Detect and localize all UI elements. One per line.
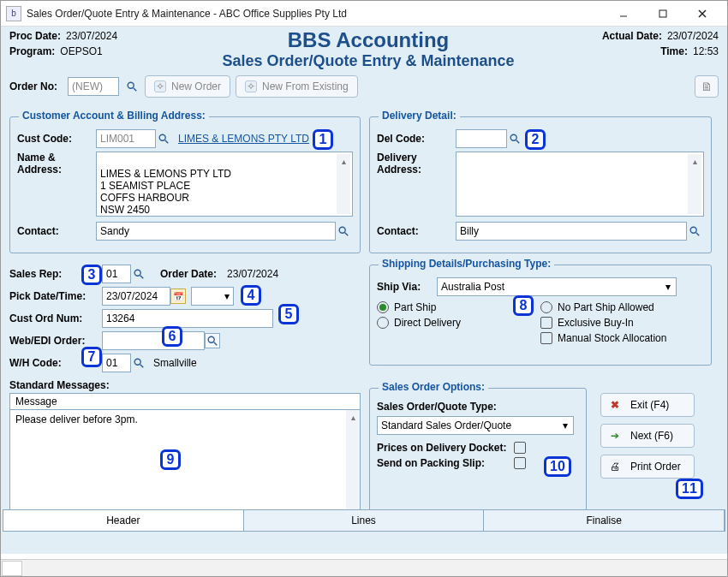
svg-rect-1 — [659, 10, 666, 17]
minimize-icon — [618, 9, 629, 19]
svg-line-9 — [345, 233, 349, 236]
pick-time-dropdown[interactable]: ▾ — [191, 287, 234, 306]
options-group-title: Sales Order Options: — [379, 381, 488, 393]
order-date-label: Order Date: — [160, 268, 217, 280]
proc-date-value: 23/07/2024 — [66, 30, 117, 42]
maximize-icon — [658, 9, 668, 19]
cust-code-lookup-icon[interactable] — [156, 131, 171, 146]
page-icon: 🗎 — [701, 80, 713, 93]
scrollbar[interactable]: ▴ — [688, 154, 701, 214]
scrollbar[interactable]: ▴ — [337, 154, 350, 214]
tab-finalise[interactable]: Finalise — [484, 510, 725, 531]
next-button[interactable]: ➔Next (F6) — [600, 424, 695, 448]
direct-delivery-radio[interactable]: Direct Delivery — [377, 317, 540, 329]
del-code-lookup-icon[interactable] — [507, 131, 522, 146]
close-icon — [697, 9, 707, 19]
svg-point-14 — [134, 270, 140, 276]
name-address-text: LIMES & LEMONS PTY LTD 1 SEAMIST PLACE C… — [100, 168, 231, 216]
actual-date-value: 23/07/2024 — [667, 30, 719, 42]
checkbox-icon — [540, 332, 552, 344]
chevron-up-icon: ▴ — [346, 410, 360, 424]
print-order-button[interactable]: 🖨Print Order — [600, 455, 695, 479]
annotation-marker-9: 9 — [160, 449, 181, 470]
arrow-right-icon: ➔ — [608, 429, 622, 443]
next-label: Next (F6) — [630, 430, 673, 442]
name-address-box[interactable]: LIMES & LEMONS PTY LTD 1 SEAMIST PLACE C… — [96, 152, 353, 217]
messages-body[interactable]: Please deliver before 3pm. ▴ — [9, 409, 361, 512]
web-edi-input[interactable] — [102, 331, 205, 350]
sales-rep-value: 01 — [106, 268, 117, 280]
app-subtitle: Sales Order/Quote Entry & Maintenance — [134, 52, 602, 70]
close-icon: ✖ — [608, 398, 622, 412]
toolbar-extra-button[interactable]: 🗎 — [695, 75, 719, 98]
prices-docket-check[interactable] — [514, 442, 526, 454]
name-addr-label: Name & Address: — [17, 152, 96, 175]
ship-via-dropdown[interactable]: Australia Post ▾ — [437, 277, 677, 296]
sales-rep-input[interactable]: 01 — [102, 265, 131, 283]
close-button[interactable] — [683, 1, 722, 27]
wh-code-lookup-icon[interactable] — [131, 355, 146, 371]
order-date-value: 23/07/2024 — [227, 268, 278, 280]
chevron-down-icon: ▾ — [665, 281, 671, 293]
svg-point-6 — [159, 134, 165, 140]
new-from-existing-label: New From Existing — [262, 80, 349, 92]
part-ship-label: Part Ship — [394, 301, 436, 313]
titlebar: b Sales Order/Quote Entry & Maintenance … — [1, 1, 727, 27]
print-label: Print Order — [630, 461, 681, 473]
shipping-group-title: Shipping Details/Purchasing Type: — [379, 258, 554, 270]
customer-contact-lookup-icon[interactable] — [336, 223, 351, 239]
radio-icon — [540, 301, 552, 313]
new-from-existing-icon: ✧ — [245, 80, 257, 92]
order-type-dropdown[interactable]: Standard Sales Order/Quote ▾ — [377, 416, 574, 435]
order-no-lookup-icon[interactable] — [124, 79, 140, 94]
order-type-value: Standard Sales Order/Quote — [381, 419, 511, 431]
no-part-ship-label: No Part Ship Allowed — [558, 301, 654, 313]
action-buttons: ✖Exit (F4) ➔Next (F6) 🖨Print Order — [600, 393, 695, 479]
new-from-existing-button[interactable]: ✧ New From Existing — [236, 75, 358, 98]
wh-code-input[interactable]: 01 — [102, 354, 131, 372]
delivery-contact-lookup-icon[interactable] — [687, 223, 702, 239]
delivery-contact-input[interactable]: Billy — [456, 222, 687, 241]
customer-link[interactable]: LIMES & LEMONS PTY LTD — [178, 133, 309, 145]
radio-icon — [377, 317, 389, 329]
web-edi-lookup-icon[interactable] — [205, 333, 220, 348]
wh-code-value: 01 — [106, 357, 117, 369]
manual-stock-check[interactable]: Manual Stock Allocation — [540, 332, 704, 344]
printer-icon: 🖨 — [608, 460, 622, 473]
cust-code-value: LIM001 — [100, 133, 134, 145]
exit-label: Exit (F4) — [630, 399, 669, 411]
maximize-button[interactable] — [643, 1, 683, 27]
scrollbar[interactable]: ▴ — [346, 410, 360, 511]
minimize-button[interactable] — [604, 1, 643, 27]
svg-point-12 — [690, 227, 696, 233]
no-part-ship-radio[interactable]: No Part Ship Allowed — [540, 301, 704, 313]
svg-line-15 — [140, 276, 144, 279]
cust-ord-input[interactable]: 13264 — [102, 309, 273, 328]
annotation-marker-1: 1 — [313, 129, 333, 150]
chevron-up-icon: ▴ — [688, 154, 701, 168]
app-icon: b — [6, 6, 21, 21]
actual-date-label: Actual Date: — [602, 30, 662, 42]
calendar-icon[interactable]: 📅 — [170, 288, 186, 304]
pick-date-input[interactable]: 23/07/2024 — [102, 287, 170, 306]
new-order-button[interactable]: ✧ New Order — [145, 75, 230, 98]
exclusive-buyin-check[interactable]: Exclusive Buy-In — [540, 317, 704, 329]
shipping-group: Shipping Details/Purchasing Type: Ship V… — [369, 265, 712, 366]
del-code-input[interactable] — [456, 129, 507, 148]
annotation-marker-8: 8 — [513, 295, 534, 316]
client-area: Proc Date: 23/07/2024 Program: OEPSO1 BB… — [1, 27, 727, 554]
tab-lines[interactable]: Lines — [244, 510, 485, 531]
delivery-addr-box[interactable]: ▴ — [456, 152, 704, 217]
web-edi-label: Web/EDI Order: — [9, 335, 102, 347]
cust-code-input[interactable]: LIM001 — [96, 129, 156, 148]
tab-header[interactable]: Header — [3, 510, 244, 531]
order-no-input[interactable]: (NEW) — [68, 77, 119, 96]
customer-contact-input[interactable]: Sandy — [96, 222, 336, 241]
exit-button[interactable]: ✖Exit (F4) — [600, 393, 695, 417]
svg-line-5 — [134, 88, 137, 92]
svg-line-17 — [214, 342, 218, 346]
delivery-group-title: Delivery Detail: — [379, 110, 460, 122]
messages-column-header: Message — [9, 393, 361, 409]
sales-rep-lookup-icon[interactable] — [131, 266, 146, 282]
packing-slip-check[interactable] — [514, 457, 526, 469]
